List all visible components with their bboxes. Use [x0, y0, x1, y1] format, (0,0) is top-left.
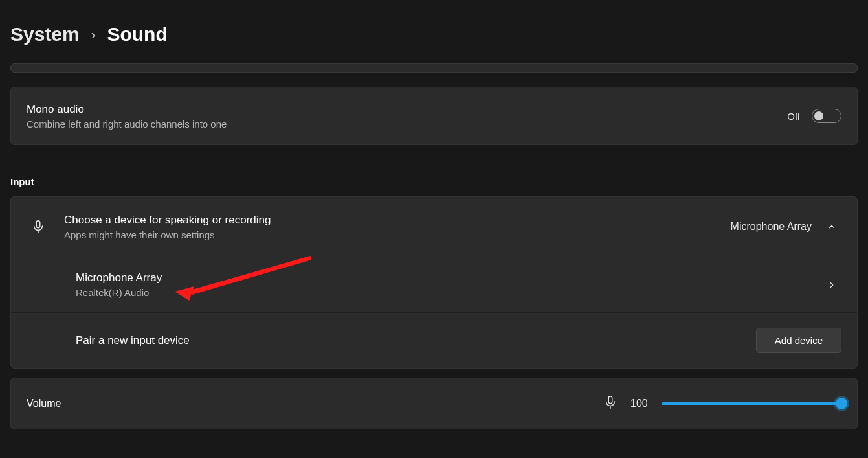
svg-rect-0: [36, 221, 40, 228]
choose-device-sub: Apps might have their own settings: [64, 229, 731, 240]
input-device-group: Choose a device for speaking or recordin…: [10, 196, 858, 369]
mono-audio-toggle[interactable]: [812, 109, 841, 123]
previous-card-edge: [10, 63, 858, 73]
mono-audio-card: Mono audio Combine left and right audio …: [10, 87, 858, 145]
choose-input-device-row[interactable]: Choose a device for speaking or recordin…: [11, 197, 857, 257]
toggle-knob: [814, 111, 823, 120]
add-device-button[interactable]: Add device: [756, 328, 841, 353]
pair-input-device-row: Pair a new input device Add device: [11, 312, 857, 368]
chevron-right-icon: [822, 275, 841, 295]
chevron-up-icon: [822, 217, 841, 236]
chevron-right-icon: ›: [91, 27, 96, 42]
device-name: Microphone Array: [76, 271, 822, 284]
pair-device-label: Pair a new input device: [76, 334, 190, 347]
device-driver: Realtek(R) Audio: [76, 287, 822, 298]
volume-slider[interactable]: [662, 402, 841, 405]
breadcrumb: System › Sound: [0, 0, 868, 63]
input-section-header: Input: [10, 149, 858, 196]
breadcrumb-current: Sound: [107, 23, 167, 45]
input-device-item[interactable]: Microphone Array Realtek(R) Audio: [11, 257, 857, 312]
choose-device-title: Choose a device for speaking or recordin…: [64, 214, 731, 227]
breadcrumb-parent[interactable]: System: [10, 23, 80, 45]
volume-value: 100: [630, 398, 652, 409]
input-volume-card: Volume 100: [10, 378, 858, 429]
volume-label: Volume: [27, 398, 603, 409]
microphone-icon: [27, 220, 50, 234]
selected-input-device: Microphone Array: [731, 221, 812, 233]
slider-thumb[interactable]: [836, 398, 847, 409]
mono-audio-sub: Combine left and right audio channels in…: [27, 119, 227, 130]
microphone-icon: [603, 395, 618, 412]
svg-rect-2: [608, 396, 612, 404]
mono-audio-title: Mono audio: [27, 103, 227, 116]
mono-toggle-state: Off: [787, 111, 800, 122]
